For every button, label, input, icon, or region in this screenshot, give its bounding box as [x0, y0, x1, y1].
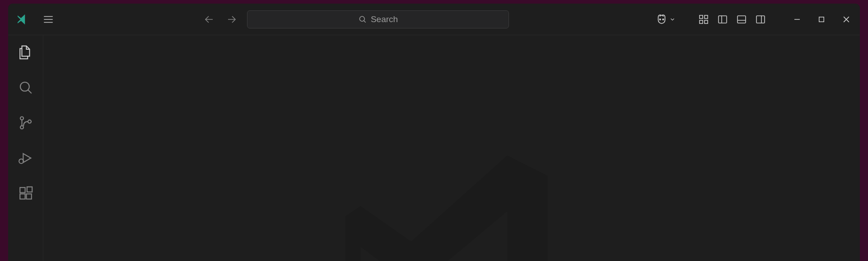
titlebar: Search: [8, 4, 860, 35]
svg-line-6: [364, 20, 366, 22]
run-debug-tab[interactable]: [15, 147, 37, 169]
svg-point-27: [28, 120, 31, 123]
vscode-watermark-icon: [325, 135, 578, 261]
svg-marker-28: [23, 154, 31, 163]
vscode-logo-icon: [15, 13, 29, 26]
search-placeholder-text: Search: [371, 14, 398, 24]
search-tab[interactable]: [15, 77, 37, 98]
layout-controls: [698, 14, 766, 25]
svg-point-25: [20, 117, 23, 120]
source-control-icon: [18, 115, 33, 130]
vscode-window: Search: [8, 4, 860, 261]
files-icon: [18, 45, 33, 60]
titlebar-left-group: [15, 12, 56, 27]
svg-point-5: [359, 16, 364, 21]
svg-rect-36: [26, 194, 31, 199]
menu-button[interactable]: [41, 12, 56, 27]
customize-layout-button[interactable]: [698, 14, 709, 25]
svg-rect-12: [705, 20, 708, 23]
copilot-button[interactable]: [655, 13, 676, 26]
titlebar-right-group: [655, 13, 853, 26]
svg-point-26: [20, 126, 23, 129]
svg-point-7: [659, 19, 661, 20]
nav-arrows: [202, 12, 239, 27]
nav-back-button[interactable]: [202, 12, 216, 27]
maximize-button[interactable]: [816, 14, 827, 25]
toggle-panel-button[interactable]: [736, 14, 747, 25]
nav-forward-button[interactable]: [224, 12, 239, 27]
source-control-tab[interactable]: [15, 112, 37, 134]
svg-line-31: [22, 159, 23, 160]
svg-rect-37: [27, 187, 32, 192]
minimize-button[interactable]: [791, 14, 803, 25]
window-controls: [791, 13, 853, 26]
svg-point-8: [663, 19, 664, 20]
svg-point-23: [20, 82, 29, 91]
titlebar-center-group: Search: [56, 10, 655, 28]
svg-rect-13: [719, 16, 727, 23]
svg-rect-9: [700, 15, 703, 19]
command-center-search[interactable]: Search: [247, 10, 509, 28]
extensions-icon: [18, 186, 33, 201]
search-icon: [18, 80, 33, 95]
svg-rect-35: [20, 194, 25, 199]
svg-rect-11: [700, 20, 703, 23]
svg-rect-10: [705, 15, 708, 19]
chevron-down-icon: [669, 16, 676, 23]
svg-rect-17: [756, 16, 765, 23]
toggle-primary-sidebar-button[interactable]: [717, 14, 728, 25]
editor-area: [43, 35, 860, 261]
close-button[interactable]: [840, 13, 853, 26]
explorer-tab[interactable]: [15, 42, 37, 63]
toggle-secondary-sidebar-button[interactable]: [755, 14, 766, 25]
svg-rect-34: [20, 187, 25, 192]
extensions-tab[interactable]: [15, 182, 37, 204]
copilot-icon: [655, 13, 668, 26]
svg-line-30: [19, 159, 19, 160]
activity-bar: [8, 35, 43, 261]
svg-rect-15: [737, 16, 746, 23]
svg-line-24: [28, 90, 31, 93]
search-icon: [358, 15, 367, 24]
svg-rect-20: [819, 17, 824, 22]
body-area: [8, 35, 860, 261]
debug-icon: [18, 150, 33, 166]
